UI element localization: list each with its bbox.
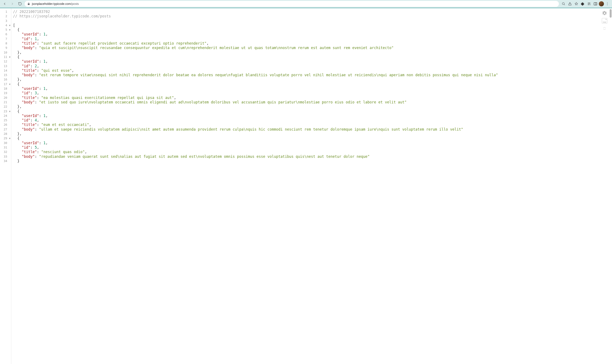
svg-point-3 xyxy=(607,2,608,3)
svg-point-4 xyxy=(607,3,608,4)
code-line: "id": 1, xyxy=(13,37,612,41)
code-line: "userId": 1, xyxy=(13,86,612,91)
code-line: { xyxy=(13,28,612,32)
lock-icon xyxy=(27,2,30,5)
extensions-icon[interactable] xyxy=(580,1,586,7)
svg-point-0 xyxy=(562,2,564,5)
code-line: }, xyxy=(13,132,612,136)
forward-button[interactable] xyxy=(9,1,15,7)
next-item-icon[interactable]: ﹀ xyxy=(603,28,606,31)
reading-list-icon[interactable] xyxy=(586,1,592,7)
share-icon[interactable] xyxy=(567,1,573,7)
code-lines[interactable]: // 20221007183702// https://jsonplacehol… xyxy=(11,8,612,364)
code-line: "userId": 1, xyxy=(13,59,612,64)
code-line: "body": "repudiandae veniam quaerat sunt… xyxy=(13,154,612,159)
back-button[interactable] xyxy=(2,1,8,7)
profile-avatar[interactable] xyxy=(599,1,604,6)
line-number-gutter: 1234▼5▼67891011▼121314151617▼18192021222… xyxy=(0,8,11,364)
code-line: { xyxy=(13,82,612,86)
code-line: "body": "quia et suscipit\nsuscipit recu… xyxy=(13,46,612,50)
code-line: "body": "et iusto sed quo iure\nvoluptat… xyxy=(13,100,612,104)
svg-rect-2 xyxy=(594,2,597,5)
zoom-icon[interactable] xyxy=(560,1,567,7)
scrollbar-thumb[interactable] xyxy=(610,9,612,18)
raw-toggle-icon[interactable]: RAW xyxy=(602,18,607,24)
code-line: // 20221007183702 xyxy=(13,10,612,14)
code-line: "id": 3, xyxy=(13,91,612,95)
code-line: "title": "qui est esse", xyxy=(13,68,612,73)
bookmark-star-icon[interactable] xyxy=(573,1,579,7)
code-line: "title": "ea molestias quasi exercitatio… xyxy=(13,96,612,100)
code-line: // https://jsonplaceholder.typicode.com/… xyxy=(13,14,612,18)
page-content: 1234▼5▼67891011▼121314151617▼18192021222… xyxy=(0,8,612,364)
browser-toolbar: jsonplaceholder.typicode.com/posts xyxy=(0,0,612,8)
code-line: "id": 4, xyxy=(13,118,612,123)
viewer-tools: RAW ︿ ﹀ xyxy=(602,10,607,31)
code-line: "title": "sunt aut facere repellat provi… xyxy=(13,41,612,46)
gear-icon[interactable] xyxy=(602,10,607,16)
code-line: "body": "est rerum tempore vitae\nsequi … xyxy=(13,73,612,77)
url-text: jsonplaceholder.typicode.com/posts xyxy=(32,2,79,6)
code-line: } xyxy=(13,159,612,163)
code-line: "body": "ullam et saepe reiciendis volup… xyxy=(13,127,612,132)
code-line: }, xyxy=(13,50,612,55)
code-line: "title": "nesciunt quas odio", xyxy=(13,150,612,154)
reload-button[interactable] xyxy=(17,1,23,7)
svg-point-5 xyxy=(607,5,608,5)
json-viewer[interactable]: 1234▼5▼67891011▼121314151617▼18192021222… xyxy=(0,8,612,364)
code-line: "userId": 1, xyxy=(13,114,612,118)
kebab-menu-icon[interactable] xyxy=(604,1,610,7)
code-line: [ xyxy=(13,23,612,28)
code-line: "title": "eum et est occaecati", xyxy=(13,123,612,127)
code-line: "userId": 1, xyxy=(13,32,612,37)
code-line xyxy=(13,19,612,23)
code-line: "id": 5, xyxy=(13,145,612,150)
code-line: "id": 2, xyxy=(13,64,612,68)
code-line: "userId": 1, xyxy=(13,141,612,145)
address-bar[interactable]: jsonplaceholder.typicode.com/posts xyxy=(25,1,559,7)
code-line: { xyxy=(13,136,612,141)
code-line: }, xyxy=(13,104,612,109)
code-line: { xyxy=(13,109,612,114)
side-panel-icon[interactable] xyxy=(592,1,599,7)
code-line: { xyxy=(13,55,612,59)
code-line: }, xyxy=(13,77,612,82)
